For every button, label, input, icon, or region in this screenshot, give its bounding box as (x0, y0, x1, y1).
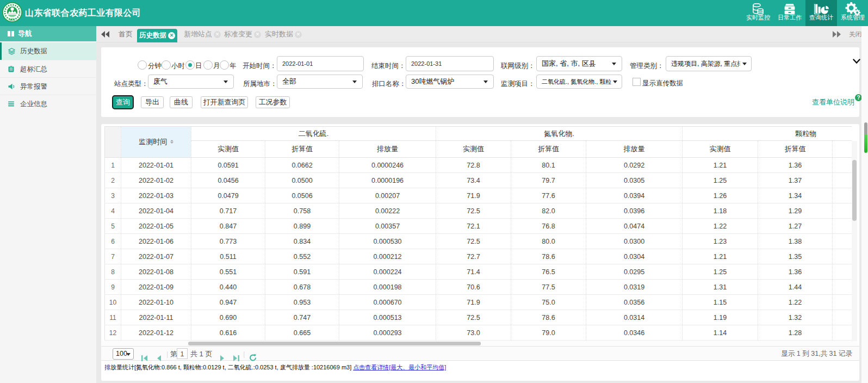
svg-text:MEE: MEE (10, 18, 15, 21)
